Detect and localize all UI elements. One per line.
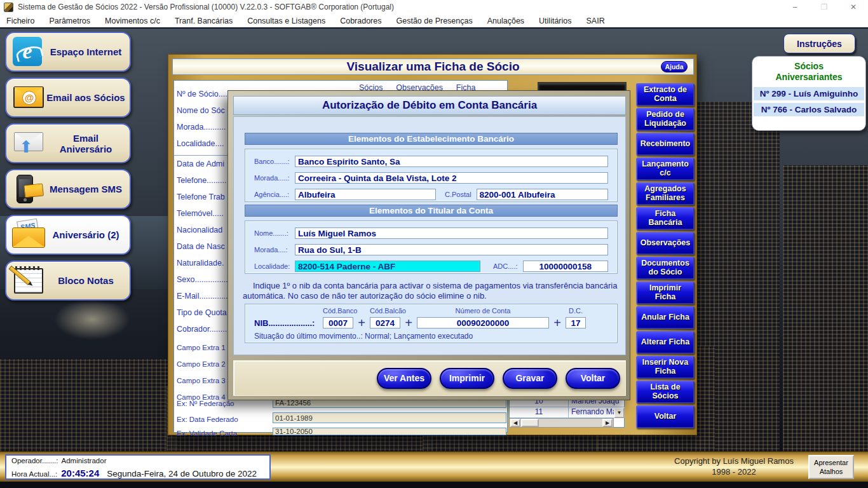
gravar-button[interactable]: Gravar [503, 368, 557, 389]
operator-row: Operador.......: Administrador [11, 457, 264, 468]
app-icon [4, 3, 13, 12]
lista-socios-button[interactable]: Lista de Sócios [636, 381, 695, 403]
documentos-socio-button[interactable]: Documentos do Sócio [636, 257, 695, 280]
menu-parametros[interactable]: Parâmetros [49, 17, 90, 25]
ver-antes-button[interactable]: Ver Antes [377, 368, 431, 389]
agencia-label: Agência....: [254, 191, 295, 198]
lancamento-cc-button[interactable]: Lançamento c/c [636, 158, 695, 180]
copyright-line2: 1998 - 2022 [661, 467, 807, 478]
espaco-internet-button[interactable]: e Espaço Internet [5, 32, 131, 72]
agencia-input[interactable]: Albufeira [295, 189, 436, 200]
field-label: E-Mail.............. [177, 292, 230, 308]
restore-icon[interactable]: ❐ [810, 0, 839, 14]
imprimir-ficha-button[interactable]: Imprimir Ficha [636, 281, 695, 304]
envelope-up-arrow-icon: ⬆ [10, 127, 46, 160]
birthdays-title-line1: Sócios [752, 61, 865, 72]
menu-anulacoes[interactable]: Anulações [487, 17, 524, 25]
field-label: Ex: Validade Carta [177, 430, 237, 437]
voltar-sidebar-button[interactable]: Voltar [636, 405, 695, 428]
field-label: Telefone......... [177, 176, 230, 193]
birthdays-title: Sócios Aniversariantes [752, 61, 865, 83]
menu-consultas[interactable]: Consultas e Listagens [247, 17, 325, 25]
scroll-down-icon[interactable]: ▼ [614, 407, 625, 418]
member-number-cell: 11 [510, 407, 569, 417]
data-federado-field[interactable]: 01-01-1989 [273, 412, 506, 423]
titular-morada-input[interactable]: Rua do Sul, 1-B [295, 244, 608, 255]
table-row[interactable]: 11 Fernando Mar [510, 407, 624, 418]
scrollbar-thumb[interactable] [521, 419, 539, 427]
dc-label: D.C. [566, 307, 586, 315]
menu-ficheiro[interactable]: Ficheiro [6, 17, 34, 25]
time-label: Hora Actual...: [11, 470, 57, 478]
extracto-conta-button[interactable]: Extracto de Conta [636, 83, 695, 106]
bank-section-header: Elementos do Estabelecimento Bancário [245, 133, 618, 145]
holder-section-header: Elementos do Titular da Conta [245, 205, 618, 217]
apresentar-atalhos-button[interactable]: Apresentar Atalhos [808, 455, 854, 479]
birthday-entry[interactable]: Nº 299 - Luís Amiguinho [754, 87, 864, 100]
scroll-left-icon[interactable]: ◀ [510, 419, 520, 427]
menu-tranf-bancarias[interactable]: Tranf. Bancárias [175, 17, 233, 25]
imprimir-button[interactable]: Imprimir [440, 368, 494, 389]
field-label: Naturalidade. [177, 259, 230, 275]
menu-movimentos[interactable]: Movimentos c/c [105, 17, 160, 25]
cpostal-input[interactable]: 8200-001 Albufeira [477, 189, 608, 200]
field-label: Data de Nasc [177, 242, 230, 259]
recebimento-button[interactable]: Recebimento [636, 133, 695, 156]
mensagem-sms-button[interactable]: Mensagem SMS [5, 169, 131, 209]
agregados-familiares-button[interactable]: Agregados Familiares [636, 182, 695, 205]
ficha-labels-main: Data de Admi Telefone......... Telefone … [177, 159, 230, 341]
menu-sair[interactable]: SAIR [587, 17, 605, 25]
email-socios-button[interactable]: @ Email aos Sócios [5, 78, 131, 118]
nib-panel: Cód.Banco Cód.Balcão Número de Conta D.C… [245, 304, 618, 343]
field-label: Morada.......... [177, 123, 227, 139]
close-icon[interactable]: ✕ [839, 0, 868, 14]
menu-gestao-presencas[interactable]: Gestão de Presenças [397, 17, 473, 25]
field-label: Cobrador........ [177, 325, 230, 341]
banco-input[interactable]: Banco Espirito Santo, Sa [295, 156, 608, 167]
observacoes-button[interactable]: Observações [636, 232, 695, 255]
nome-input[interactable]: Luís Miguel Ramos [295, 227, 608, 239]
pedido-liquidacao-button[interactable]: Pedido de Liquidação [636, 108, 695, 131]
nome-row: Nome.......: Luís Miguel Ramos [254, 225, 608, 241]
debit-dialog-body: Elementos do Estabelecimento Bancário Ba… [233, 116, 626, 355]
internet-explorer-icon: e [10, 36, 46, 69]
field-label: Ex: Nº Federação [177, 400, 234, 407]
nib-instructions-text: Indique 1º o nib da conta bancária para … [243, 281, 618, 302]
ficha-bancaria-button[interactable]: Ficha Bancária [636, 207, 695, 230]
cod-balcao-input[interactable]: 0274 [370, 317, 400, 329]
instrucoes-button[interactable]: Instruções [783, 34, 855, 53]
field-label: Campo Extra 3 [177, 377, 226, 393]
aniversario-button[interactable]: SMS Aniversário (2) [5, 215, 131, 255]
banco-morada-input[interactable]: Correeira - Quinta da Bela Vista, Lote 2 [295, 172, 608, 184]
email-aniversario-button[interactable]: ⬆ Email Aniversário [5, 123, 131, 163]
localidade-row: Localidade: 8200-514 Paderne - ABF ADC..… [254, 258, 608, 274]
horizontal-scrollbar[interactable]: ◀ ▶ [509, 418, 614, 428]
operator-label: Operador.......: [11, 457, 58, 464]
bloco-notas-button[interactable]: Bloco Notas [5, 261, 131, 301]
field-label: Campo Extra 2 [177, 360, 226, 377]
agencia-row: Agência....: Albufeira C.Postal 8200-001… [254, 186, 608, 203]
validade-carta-field[interactable]: 31-10-2050 [273, 428, 506, 435]
minimize-icon[interactable]: – [780, 0, 810, 14]
voltar-button[interactable]: Voltar [566, 368, 620, 389]
menu-bar: Ficheiro Parâmetros Movimentos c/c Tranf… [0, 14, 868, 29]
status-bar: Operador.......: Administrador Hora Actu… [0, 451, 868, 482]
alterar-ficha-button[interactable]: Alterar Ficha [636, 331, 695, 354]
adc-input[interactable]: 10000000158 [523, 261, 608, 272]
numero-conta-input[interactable]: 00090200000 [417, 317, 549, 329]
nib-row: NIB...................: 0007 + 0274 + 00… [254, 315, 608, 330]
field-label: Data de Admi [177, 159, 230, 176]
birthday-entry[interactable]: Nº 766 - Carlos Salvado [754, 103, 864, 116]
localidade-input[interactable]: 8200-514 Paderne - ABF [295, 261, 480, 272]
window-controls: – ❐ ✕ [780, 0, 868, 14]
anular-ficha-button[interactable]: Anular Ficha [636, 306, 695, 329]
screen: Sistema de Gestão de Sócios 2022 - Versã… [0, 0, 868, 488]
dc-input[interactable]: 17 [566, 317, 586, 329]
plus-sign: + [549, 316, 566, 330]
menu-utilitarios[interactable]: Utilitários [539, 17, 571, 25]
ajuda-button[interactable]: Ajuda [661, 61, 688, 72]
cod-banco-input[interactable]: 0007 [323, 317, 353, 329]
scroll-right-icon[interactable]: ▶ [602, 419, 613, 427]
menu-cobradores[interactable]: Cobradores [340, 17, 381, 25]
inserir-nova-ficha-button[interactable]: Inserir Nova Ficha [636, 356, 695, 379]
